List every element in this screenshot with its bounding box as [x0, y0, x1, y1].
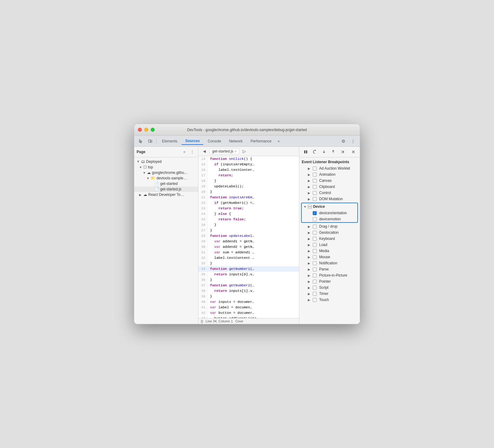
- bp-item-dom-mutation[interactable]: ▶ DOM Mutation: [299, 196, 360, 202]
- deactivate-breakpoints-btn[interactable]: [349, 148, 357, 156]
- settings-icon[interactable]: ⚙: [339, 137, 348, 145]
- bp-item-canvas[interactable]: ▶ Canvas: [299, 178, 360, 184]
- code-header: ◀ get-started.js × ▷: [198, 147, 299, 156]
- bp-item-pointer[interactable]: ▶ Pointer: [299, 278, 360, 285]
- code-line-15: 15 if (inputsAreEmpty…: [198, 162, 299, 167]
- bp-check-deviceorientation[interactable]: [313, 211, 317, 215]
- bp-item-media[interactable]: ▶ Media: [299, 248, 360, 254]
- bp-check-pip[interactable]: [313, 274, 317, 277]
- bp-check-canvas[interactable]: [313, 179, 317, 183]
- tree-item-get-started-js[interactable]: ▶ 📄 get-started.js: [134, 186, 198, 192]
- code-line-41: 41 var label = documen…: [198, 305, 299, 310]
- bp-item-script[interactable]: ▶ Script: [299, 285, 360, 291]
- bp-device-header[interactable]: ▼ — Device: [302, 203, 357, 210]
- bp-item-devicemotion[interactable]: devicemotion: [302, 216, 357, 222]
- bp-item-parse[interactable]: ▶ Parse: [299, 266, 360, 272]
- tab-sources[interactable]: Sources: [182, 138, 203, 145]
- tab-console[interactable]: Console: [204, 138, 225, 145]
- more-options-icon[interactable]: ⋮: [349, 137, 357, 145]
- bp-item-control[interactable]: ▶ Control: [299, 190, 360, 196]
- code-line-16: 16 label.textConter…: [198, 167, 299, 173]
- bp-check-animation[interactable]: [313, 173, 317, 177]
- cursor-icon[interactable]: [137, 137, 145, 145]
- code-line-14: 14 function onClick() {: [198, 156, 299, 162]
- bp-check-clipboard[interactable]: [313, 185, 317, 189]
- svg-rect-0: [149, 140, 150, 142]
- pause-btn[interactable]: [302, 148, 310, 156]
- bp-check-mouse[interactable]: [313, 255, 317, 259]
- line-col-status: Line 34, Column 1: [205, 319, 233, 323]
- bp-item-keyboard[interactable]: ▶ Keyboard: [299, 236, 360, 242]
- step-btn[interactable]: [338, 148, 346, 156]
- format-icon[interactable]: {}: [201, 319, 203, 323]
- back-btn[interactable]: ◀: [201, 148, 208, 155]
- code-tab-close[interactable]: ×: [234, 149, 236, 153]
- bp-check-pointer[interactable]: [313, 280, 317, 284]
- bp-check-notification[interactable]: [313, 261, 317, 265]
- tree-item-top[interactable]: ▼ ☐ top: [134, 164, 198, 170]
- bp-item-notification[interactable]: ▶ Notification: [299, 260, 360, 266]
- label-get-started: get-started: [160, 182, 178, 186]
- bp-item-clipboard[interactable]: ▶ Clipboard: [299, 184, 360, 190]
- bp-check-keyboard[interactable]: [313, 237, 317, 241]
- bp-item-animation[interactable]: ▶ Animation: [299, 171, 360, 178]
- bp-item-ad-auction[interactable]: ▶ Ad Auction Worklet: [299, 165, 360, 171]
- bp-check-touch[interactable]: [313, 298, 317, 302]
- bp-section-device: ▼ — Device deviceorientation devicemotio…: [301, 203, 358, 223]
- tab-performance[interactable]: Performance: [247, 138, 275, 145]
- tree-item-react[interactable]: ▶ ☁ React Developer To…: [134, 192, 198, 197]
- code-line-18: 18 }: [198, 178, 299, 184]
- run-snippet-btn[interactable]: ▷: [241, 148, 248, 155]
- minimize-button[interactable]: [144, 128, 148, 132]
- bp-check-drag-drop[interactable]: [313, 225, 317, 229]
- code-line-36: 36 }: [198, 277, 299, 283]
- tree-item-devtools-samples[interactable]: ▼ 📁 devtools-sample…: [134, 175, 198, 181]
- bp-check-media[interactable]: [313, 249, 317, 253]
- maximize-button[interactable]: [151, 128, 155, 132]
- code-line-25: 25 return false;: [198, 217, 299, 222]
- close-button[interactable]: [138, 128, 142, 132]
- tab-elements[interactable]: Elements: [158, 138, 181, 145]
- panel-menu-btn[interactable]: ⋮: [189, 149, 196, 155]
- tree-item-deployed[interactable]: ▼ 🗂 Deployed: [134, 159, 198, 164]
- bp-check-dom-mutation[interactable]: [313, 197, 317, 201]
- panel-more-btn[interactable]: »: [181, 149, 188, 155]
- label-get-started-js: get-started.js: [160, 187, 181, 191]
- step-out-btn[interactable]: [329, 148, 337, 156]
- bp-check-control[interactable]: [313, 191, 317, 195]
- code-line-28: 28 function updateLabel…: [198, 233, 299, 239]
- bp-item-touch[interactable]: ▶ Touch: [299, 297, 360, 303]
- bp-item-geolocation[interactable]: ▶ Geolocation: [299, 230, 360, 236]
- tree-item-get-started[interactable]: ▶ 📄 get-started: [134, 181, 198, 186]
- bp-item-pip[interactable]: ▶ Picture-in-Picture: [299, 272, 360, 278]
- device-toggle-icon[interactable]: [146, 137, 154, 145]
- bp-item-deviceorientation[interactable]: deviceorientation: [302, 210, 357, 216]
- code-body[interactable]: 14 function onClick() { 15 if (inputsAre…: [198, 156, 299, 318]
- coverage-status: Cove: [235, 319, 243, 323]
- traffic-lights: [138, 128, 155, 132]
- bp-check-device-parent[interactable]: —: [308, 205, 312, 209]
- code-line-32: 32 label.textContent …: [198, 255, 299, 261]
- bp-item-mouse[interactable]: ▶ Mouse: [299, 254, 360, 260]
- step-over-btn[interactable]: [311, 148, 319, 156]
- bp-check-geolocation[interactable]: [313, 231, 317, 235]
- bp-check-timer[interactable]: [313, 292, 317, 296]
- tab-network[interactable]: Network: [225, 138, 246, 145]
- label-googlechrome: googlechrome.githu…: [152, 171, 188, 175]
- bp-item-load[interactable]: ▶ Load: [299, 242, 360, 248]
- bp-check-script[interactable]: [313, 286, 317, 290]
- tree-item-googlechrome[interactable]: ▼ ☁ googlechrome.githu…: [134, 170, 198, 175]
- svg-rect-3: [306, 150, 307, 153]
- breakpoints-panel: Event Listener Breakpoints ▶ Ad Auction …: [299, 157, 360, 324]
- code-line-40: 40 var inputs = documer…: [198, 299, 299, 305]
- bp-check-load[interactable]: [313, 243, 317, 247]
- bp-check-parse[interactable]: [313, 267, 317, 271]
- bp-item-timer[interactable]: ▶ Timer: [299, 291, 360, 297]
- label-deployed: Deployed: [146, 160, 162, 164]
- bp-check-ad-auction[interactable]: [313, 167, 317, 171]
- title-bar: DevTools - googlechrome.github.io/devtoo…: [134, 124, 360, 136]
- bp-item-drag-drop[interactable]: ▶ Drag / drop: [299, 223, 360, 230]
- step-into-btn[interactable]: [320, 148, 328, 156]
- bp-check-devicemotion[interactable]: [313, 217, 317, 221]
- more-tabs-button[interactable]: »: [276, 138, 282, 145]
